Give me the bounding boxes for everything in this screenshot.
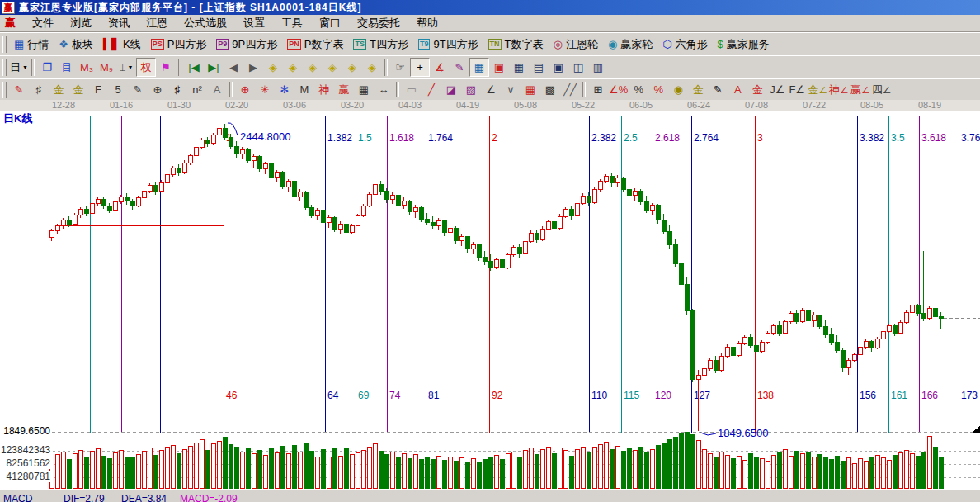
percent-slope-icon[interactable]: ∠% — [608, 80, 629, 99]
gann-wheel-button[interactable]: ◎江恩轮 — [549, 36, 603, 54]
menu-item-1[interactable]: 浏览 — [62, 16, 100, 31]
wave-3-icon[interactable]: M₃ — [77, 58, 97, 77]
menu-item-8[interactable]: 交易委托 — [349, 16, 408, 31]
parallel-lines-icon[interactable]: ╱╱ — [560, 80, 580, 99]
target-circle-icon[interactable]: ⊕ — [235, 80, 255, 99]
period-day-selector[interactable]: 日▼ — [9, 58, 29, 77]
gann-widen-icon[interactable]: ◈ — [303, 58, 323, 77]
gold-level2-icon[interactable]: 金 — [747, 80, 767, 99]
n2-grid-icon[interactable]: n² — [187, 80, 207, 99]
kline-chart-canvas[interactable]: 1461.382641.5691.618741.764812922.382110… — [0, 111, 980, 489]
f-angle-icon[interactable]: F∠ — [787, 80, 807, 99]
pan-hand-icon[interactable]: ☞ — [390, 58, 410, 77]
kline-button[interactable]: ▍▋K线 — [98, 36, 146, 54]
dense-grid-icon[interactable]: ♯ — [167, 80, 187, 99]
m-wave-icon[interactable]: M — [294, 80, 314, 99]
j-angle-icon[interactable]: J∠ — [767, 80, 787, 99]
crosshair-icon[interactable]: + — [410, 58, 430, 77]
ying-angle-icon[interactable]: 赢∠ — [850, 80, 871, 99]
span-marker-icon[interactable]: ↔ — [374, 80, 393, 99]
ying-grid-icon[interactable]: 赢 — [334, 80, 354, 99]
a-level-icon[interactable]: A — [728, 80, 747, 99]
winner-wheel-button[interactable]: ◉赢家轮 — [603, 36, 657, 54]
candle-style-selector-dropdown-arrow[interactable]: ▼ — [127, 64, 133, 70]
flag-mark-icon[interactable]: ⚑ — [156, 58, 176, 77]
f-grid-icon[interactable]: F — [88, 80, 108, 99]
draw-pen-icon[interactable]: ✎ — [450, 58, 469, 77]
grid-hash-icon[interactable]: ♯ — [29, 80, 49, 99]
restore-rights-icon[interactable]: 权 — [136, 58, 156, 77]
quotes-button[interactable]: ▦行情 — [9, 36, 54, 54]
t9-square-button[interactable]: T99T四方形 — [413, 36, 483, 54]
web-box-icon[interactable]: ▨ — [461, 80, 481, 99]
last-bar-icon[interactable]: ▶| — [204, 58, 224, 77]
candle-style-selector[interactable]: ⌶▼ — [116, 58, 136, 77]
save-icon[interactable]: ▣ — [549, 58, 568, 77]
menu-item-9[interactable]: 帮助 — [408, 16, 446, 31]
period-day-selector-dropdown-arrow[interactable]: ▼ — [22, 64, 28, 70]
p-number-table-button[interactable]: PNP数字表 — [282, 36, 348, 54]
gold-angle-icon[interactable]: 金∠ — [807, 80, 828, 99]
sectors-button[interactable]: ❖板块 — [54, 36, 98, 54]
menu-item-3[interactable]: 江恩 — [138, 16, 176, 31]
toolbar-grip[interactable] — [2, 36, 7, 54]
percent-icon[interactable]: % — [629, 80, 648, 99]
angle-measure-icon[interactable]: ∡ — [430, 58, 450, 77]
menu-item-6[interactable]: 工具 — [273, 16, 311, 31]
t-number-table-button[interactable]: TNT数字表 — [483, 36, 549, 54]
wave-9-icon[interactable]: M₉ — [97, 58, 116, 77]
gann-grid-icon[interactable]: ▦ — [469, 58, 489, 77]
v-lines-icon[interactable]: ∨ — [501, 80, 521, 99]
e-bars-icon[interactable]: ⊞ — [588, 80, 608, 99]
gann-compress-icon[interactable]: ◈ — [362, 58, 382, 77]
winner-service-button[interactable]: $赢家服务 — [713, 36, 775, 54]
gann-narrow-icon[interactable]: ◈ — [323, 58, 342, 77]
grid-box-icon[interactable]: ▦ — [521, 80, 540, 99]
hexagon-button[interactable]: ⬡六角形 — [657, 36, 712, 54]
box-tool-icon[interactable]: ▭ — [402, 80, 422, 99]
gold-level-icon[interactable]: 金 — [688, 80, 708, 99]
menu-item-7[interactable]: 窗口 — [311, 16, 349, 31]
p9-square-button[interactable]: P99P四方形 — [211, 36, 282, 54]
gold-grid2-icon[interactable]: 金 — [68, 80, 88, 99]
toolbar-grip[interactable] — [2, 82, 7, 98]
macd-pane-label[interactable]: MACD — [3, 493, 32, 502]
save-web-icon[interactable]: ◫ — [568, 58, 588, 77]
first-bar-icon[interactable]: |◀ — [184, 58, 204, 77]
notes-icon[interactable]: ▤ — [529, 58, 549, 77]
si-angle-icon[interactable]: 四∠ — [871, 80, 893, 99]
menu-item-2[interactable]: 资讯 — [100, 16, 138, 31]
percent-line-icon[interactable]: % — [648, 80, 668, 99]
menu-item-0[interactable]: 文件 — [24, 16, 62, 31]
t-square-button[interactable]: TST四方形 — [348, 36, 412, 54]
calendar-icon[interactable]: ▣ — [489, 58, 509, 77]
pen-grid-icon[interactable]: ✎ — [128, 80, 148, 99]
p-square-button[interactable]: PSP四方形 — [146, 36, 212, 54]
shen-angle-icon[interactable]: 神∠ — [828, 80, 850, 99]
shen-grid-icon[interactable]: 神 — [314, 80, 334, 99]
gann-shift-right-icon[interactable]: ◈ — [283, 58, 303, 77]
gann-expand-icon[interactable]: ◈ — [342, 58, 362, 77]
calculator-icon[interactable]: ▦ — [509, 58, 529, 77]
chart-area[interactable]: 日K线 1849.6500 123842343 82561562 4128078… — [0, 111, 980, 489]
star-web-icon[interactable]: ✳ — [255, 80, 275, 99]
a-pen-icon[interactable]: A — [207, 80, 227, 99]
num-grid-icon[interactable]: ▦ — [354, 80, 374, 99]
fan-lines-icon[interactable]: ╱ — [422, 80, 441, 99]
next-bar-icon[interactable]: ▶ — [243, 58, 263, 77]
gold-circle-icon[interactable]: ◉ — [668, 80, 688, 99]
menu-item-5[interactable]: 设置 — [235, 16, 273, 31]
draw-pen2-icon[interactable]: ✎ — [9, 80, 29, 99]
grid-box2-icon[interactable]: ▩ — [540, 80, 560, 99]
toolbar-grip[interactable] — [2, 59, 7, 77]
info-panel-icon[interactable]: 目 — [57, 58, 77, 77]
circle-grid-icon[interactable]: ⊕ — [148, 80, 167, 99]
ink-pen-icon[interactable]: ✎ — [708, 80, 728, 99]
zoom-window-icon[interactable]: ❐ — [37, 58, 57, 77]
blue-web-icon[interactable]: ✻ — [275, 80, 294, 99]
fan-box-icon[interactable]: ◪ — [441, 80, 461, 99]
angle-draw-icon[interactable]: ∠ — [481, 80, 501, 99]
gann-shift-left-icon[interactable]: ◈ — [263, 58, 283, 77]
five-grid-icon[interactable]: 5 — [108, 80, 128, 99]
print-icon[interactable]: ▥ — [588, 58, 608, 77]
